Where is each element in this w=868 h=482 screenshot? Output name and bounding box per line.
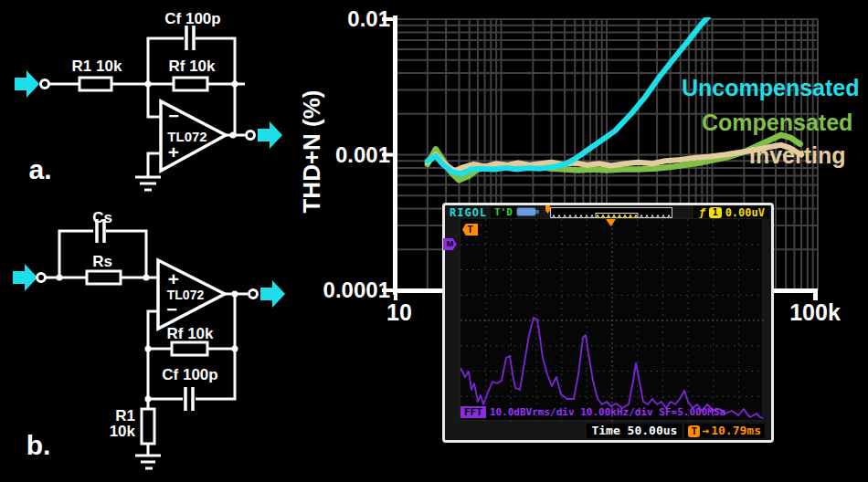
label-cf-b: Cf 100p — [162, 366, 217, 383]
trigger-level: 0.00uV — [725, 206, 765, 219]
usb-icon — [516, 207, 536, 216]
fft-settings: 10.0dBVrms/div 10.00kHz/div SF=5.000MSa — [490, 406, 725, 418]
trigger-readout: ƒ 1 0.00uV — [693, 205, 769, 219]
resistor-r1-b — [142, 409, 154, 444]
trigger-slope-icon: ƒ — [698, 206, 704, 219]
scope-brand: RIGOL — [450, 206, 487, 219]
legend-uncompensated: Uncompensated — [682, 75, 859, 101]
offset-arrow-icon: → — [702, 424, 709, 438]
y-tick-0.01: 0.01 — [290, 7, 390, 31]
label-r1-value-b: 10k — [110, 423, 136, 440]
capacitor-cf-b — [185, 387, 193, 411]
x-tick-10: 10 — [372, 299, 427, 326]
x-tick-100k: 100k — [774, 299, 856, 326]
scope-screen: T FFT 10.0dBVrms/div 10.00kHz/div SF=5.0… — [460, 218, 763, 421]
oscilloscope-inset: RIGOL T'D ƒ 1 0.00uV T FFT 10.0dBVrms/di… — [442, 203, 774, 443]
trigger-status: T'D — [491, 206, 516, 218]
ground-symbol-b — [135, 456, 161, 468]
fft-readout: FFT 10.0dBVrms/div 10.00kHz/div SF=5.000… — [460, 405, 725, 418]
trigger-position-icon — [606, 219, 616, 226]
trigger-offset-readout: T → 10.79ms — [684, 424, 765, 438]
fft-badge: FFT — [460, 406, 486, 418]
scope-bottom-bar: Time 50.00us T → 10.79ms — [587, 424, 765, 438]
waveform-preview-strip — [550, 207, 672, 218]
figure-label-b: b. — [26, 430, 51, 460]
thdn-comparison-infographic: { "colors": { "accent_cyan": "#1ddfe9", … — [0, 0, 868, 482]
channel-badge: 1 — [709, 207, 722, 218]
offset-value: 10.79ms — [711, 424, 761, 438]
legend-inverting: Inverting — [749, 142, 846, 169]
math-channel-marker: M — [443, 238, 457, 250]
scope-header: RIGOL T'D ƒ 1 0.00uV — [445, 205, 771, 219]
timebase-readout: Time 50.00us — [587, 424, 682, 438]
legend-compensated: Compensated — [702, 110, 852, 136]
y-tick-0.001: 0.001 — [290, 143, 390, 167]
t-offset-icon: T — [688, 425, 700, 437]
